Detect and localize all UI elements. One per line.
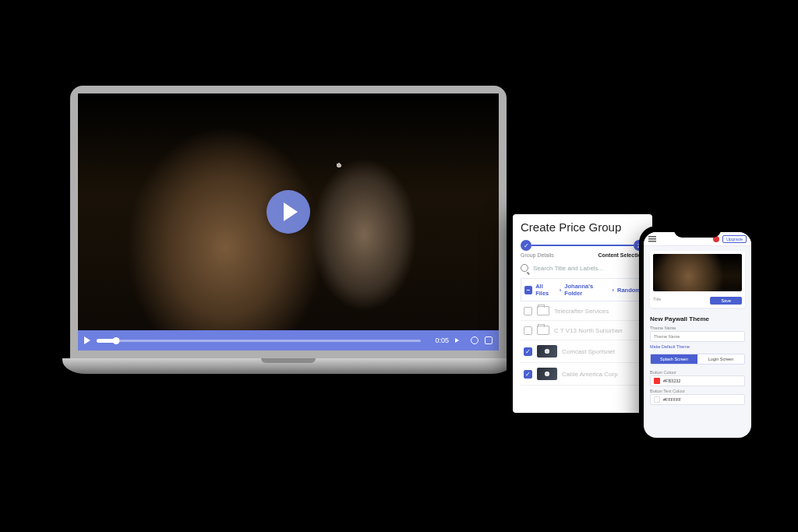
screen-tabs: Splash Screen Login Screen xyxy=(650,354,745,365)
content-list: Telecrafter Services C T V13 North Subur… xyxy=(521,301,644,386)
row-label: Comcast Sportsnet xyxy=(562,348,615,355)
phone-screen: Upgrade Title Save New Paywall Theme The… xyxy=(644,232,751,438)
button-text-colour-input[interactable]: #FFFFFF xyxy=(650,394,745,405)
fullscreen-icon[interactable] xyxy=(485,336,493,344)
laptop-notch xyxy=(261,358,316,363)
upgrade-button[interactable]: Upgrade xyxy=(722,235,747,243)
colour-value: #FFFFFF xyxy=(663,397,681,402)
list-item[interactable]: C T V13 North Suburban xyxy=(521,321,644,340)
laptop-base xyxy=(62,358,514,374)
laptop-bezel: 0:05 xyxy=(70,86,507,358)
colour-swatch xyxy=(654,378,660,384)
theme-name-label: Theme Name xyxy=(650,326,745,330)
save-button[interactable]: Save xyxy=(710,297,742,305)
colour-value: #FB3232 xyxy=(663,379,680,383)
play-button[interactable] xyxy=(267,190,310,234)
row-label: Cable America Corp xyxy=(562,371,618,378)
step-connector xyxy=(531,245,634,246)
row-checkbox[interactable] xyxy=(524,307,532,315)
progress-handle[interactable] xyxy=(112,337,119,344)
bc-sep: › xyxy=(613,287,615,294)
time-display: 0:05 xyxy=(427,336,449,344)
step-labels: Group Details Content Selection xyxy=(521,252,644,258)
video-thumbnail[interactable] xyxy=(653,254,742,291)
settings-icon[interactable] xyxy=(471,336,478,344)
colour-swatch xyxy=(654,396,660,403)
select-all-checkbox[interactable]: − xyxy=(524,286,532,294)
theme-name-input[interactable]: Theme Name xyxy=(650,331,745,342)
button-colour-label: Button Colour xyxy=(650,370,745,375)
volume-icon[interactable] xyxy=(455,336,464,345)
phone-notch xyxy=(674,228,721,238)
folder-icon xyxy=(537,306,549,315)
hamburger-icon[interactable] xyxy=(648,236,656,242)
row-label: C T V13 North Suburban xyxy=(554,327,623,334)
video-preview-card: Title Save xyxy=(650,251,745,308)
tab-splash[interactable]: Splash Screen xyxy=(651,354,697,364)
make-default-link[interactable]: Make Default Theme xyxy=(650,344,745,349)
tab-login[interactable]: Login Screen xyxy=(697,354,744,364)
row-checkbox[interactable]: ✓ xyxy=(524,347,532,356)
row-label: Telecrafter Services xyxy=(554,308,609,315)
tablet-screen: Create Price Group ✓ 2 Group Details Con… xyxy=(513,214,652,413)
button-text-colour-label: Button Text Colour xyxy=(650,389,745,393)
search-icon xyxy=(521,264,528,272)
row-checkbox[interactable] xyxy=(524,326,532,335)
list-item[interactable]: ✓ Comcast Sportsnet xyxy=(521,340,644,363)
bc-level1[interactable]: Johanna's Folder xyxy=(564,283,609,297)
page-title: Create Price Group xyxy=(521,220,644,234)
title-label: Title xyxy=(653,297,661,301)
progress-bar[interactable] xyxy=(97,340,421,342)
panel-title: New Paywall Theme xyxy=(650,315,745,322)
list-item[interactable]: Telecrafter Services xyxy=(521,301,644,321)
laptop-device: 0:05 xyxy=(62,86,514,374)
step-1-dot[interactable]: ✓ xyxy=(521,240,531,251)
play-small-icon[interactable] xyxy=(84,336,90,344)
step-1-label: Group Details xyxy=(521,252,554,258)
search-placeholder: Search Title and Labels... xyxy=(533,265,603,272)
video-thumb-icon xyxy=(537,368,557,380)
breadcrumb[interactable]: − All Files › Johanna's Folder › Random xyxy=(521,278,644,301)
tablet-device: Create Price Group ✓ 2 Group Details Con… xyxy=(507,206,659,421)
bc-sep: › xyxy=(560,287,562,294)
button-colour-input[interactable]: #FB3232 xyxy=(650,375,745,386)
bc-level2[interactable]: Random xyxy=(617,287,641,294)
row-checkbox[interactable]: ✓ xyxy=(524,370,532,379)
step-2-label: Content Selection xyxy=(598,252,644,258)
bc-root[interactable]: All Files xyxy=(535,283,556,297)
video-player: 0:05 xyxy=(78,93,499,351)
folder-icon xyxy=(537,326,549,335)
wizard-stepper: ✓ 2 xyxy=(521,240,644,251)
phone-device: Upgrade Title Save New Paywall Theme The… xyxy=(639,226,756,444)
list-item[interactable]: ✓ Cable America Corp xyxy=(521,363,644,386)
play-icon xyxy=(284,203,298,221)
search-row[interactable]: Search Title and Labels... xyxy=(521,264,644,272)
player-controls: 0:05 xyxy=(78,330,499,351)
video-thumb-icon xyxy=(537,345,557,358)
